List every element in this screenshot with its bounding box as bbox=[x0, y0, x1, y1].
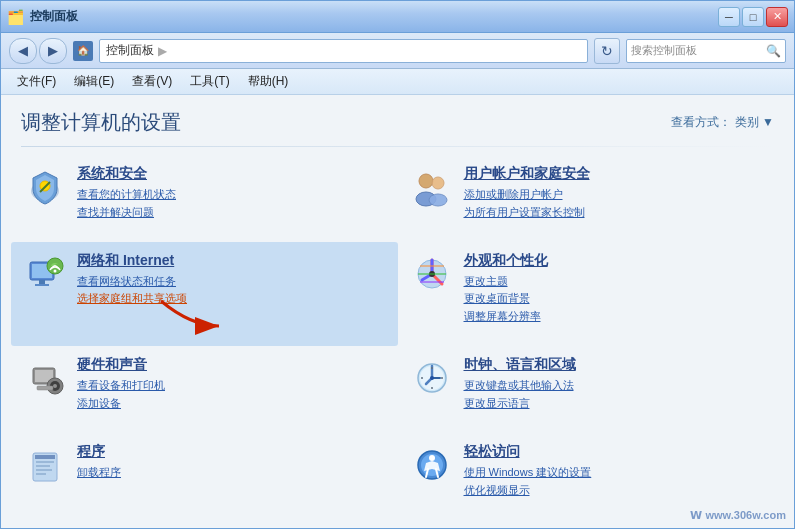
panel-programs-title[interactable]: 程序 bbox=[77, 443, 386, 461]
view-mode-label: 查看方式： bbox=[671, 114, 731, 131]
svg-point-35 bbox=[429, 455, 435, 461]
svg-rect-9 bbox=[35, 284, 49, 286]
panel-hardware-sound-text: 硬件和声音 查看设备和打印机 添加设备 bbox=[77, 356, 386, 412]
view-mode-value: 类别 ▼ bbox=[735, 114, 774, 131]
panel-network-internet-title[interactable]: 网络和 Internet bbox=[77, 252, 386, 270]
svg-rect-30 bbox=[36, 465, 50, 467]
panel-user-accounts[interactable]: 用户帐户和家庭安全 添加或删除用户帐户 为所有用户设置家长控制 bbox=[398, 155, 785, 242]
panel-clock-language-title[interactable]: 时钟、语言和区域 bbox=[464, 356, 773, 374]
address-input[interactable]: 控制面板 ▶ bbox=[99, 39, 588, 63]
panel-system-security-title[interactable]: 系统和安全 bbox=[77, 165, 386, 183]
menu-edit[interactable]: 编辑(E) bbox=[66, 71, 122, 92]
panel-hardware-sound[interactable]: 硬件和声音 查看设备和打印机 添加设备 bbox=[11, 346, 398, 433]
panel-grid: 系统和安全 查看您的计算机状态 查找并解决问题 用户帐户和家庭安全 bbox=[1, 147, 794, 528]
title-bar-left: 🗂️ 控制面板 bbox=[7, 8, 78, 25]
svg-rect-32 bbox=[36, 473, 46, 475]
svg-rect-19 bbox=[37, 386, 53, 390]
panel-hardware-sound-title[interactable]: 硬件和声音 bbox=[77, 356, 386, 374]
panel-appearance-link2[interactable]: 更改桌面背景 bbox=[464, 290, 773, 308]
panel-ease-access-link2[interactable]: 优化视频显示 bbox=[464, 482, 773, 500]
panel-clock-language-link1[interactable]: 更改键盘或其他输入法 bbox=[464, 377, 773, 395]
svg-rect-8 bbox=[39, 280, 45, 284]
svg-point-5 bbox=[429, 194, 447, 206]
svg-point-2 bbox=[419, 174, 433, 188]
back-button[interactable]: ◀ bbox=[9, 38, 37, 64]
address-text: 控制面板 bbox=[106, 42, 154, 59]
search-box[interactable]: 搜索控制面板 🔍 bbox=[626, 39, 786, 63]
panel-user-accounts-link2[interactable]: 为所有用户设置家长控制 bbox=[464, 204, 773, 222]
menu-view[interactable]: 查看(V) bbox=[124, 71, 180, 92]
panel-hardware-sound-link2[interactable]: 添加设备 bbox=[77, 395, 386, 413]
panel-system-security-link2[interactable]: 查找并解决问题 bbox=[77, 204, 386, 222]
panel-system-security-text: 系统和安全 查看您的计算机状态 查找并解决问题 bbox=[77, 165, 386, 221]
refresh-button[interactable]: ↻ bbox=[594, 38, 620, 64]
svg-rect-28 bbox=[35, 455, 55, 459]
svg-point-11 bbox=[54, 269, 57, 272]
panel-hardware-sound-link1[interactable]: 查看设备和打印机 bbox=[77, 377, 386, 395]
search-icon[interactable]: 🔍 bbox=[766, 44, 781, 58]
panel-ease-access-text: 轻松访问 使用 Windows 建议的设置 优化视频显示 bbox=[464, 443, 773, 499]
panel-appearance[interactable]: 外观和个性化 更改主题 更改桌面背景 调整屏幕分辨率 bbox=[398, 242, 785, 346]
panel-user-accounts-text: 用户帐户和家庭安全 添加或删除用户帐户 为所有用户设置家长控制 bbox=[464, 165, 773, 221]
window-icon: 🗂️ bbox=[7, 9, 24, 25]
panel-programs[interactable]: 程序 卸载程序 bbox=[11, 433, 398, 520]
panel-clock-language[interactable]: 时钟、语言和区域 更改键盘或其他输入法 更改显示语言 bbox=[398, 346, 785, 433]
icon-clock-language bbox=[410, 356, 454, 400]
panel-appearance-title[interactable]: 外观和个性化 bbox=[464, 252, 773, 270]
icon-hardware-sound bbox=[23, 356, 67, 400]
maximize-button[interactable]: □ bbox=[742, 7, 764, 27]
address-icon: 🏠 bbox=[73, 41, 93, 61]
main-window: 🗂️ 控制面板 ─ □ ✕ ◀ ▶ 🏠 控制面板 ▶ ↻ 搜索控制面板 🔍 文件… bbox=[0, 0, 795, 529]
watermark: 𝗪 www.306w.com bbox=[690, 509, 786, 522]
panel-ease-access[interactable]: 轻松访问 使用 Windows 建议的设置 优化视频显示 bbox=[398, 433, 785, 520]
svg-point-18 bbox=[53, 384, 57, 388]
watermark-text: 𝗪 www.306w.com bbox=[690, 509, 786, 521]
panel-ease-access-title[interactable]: 轻松访问 bbox=[464, 443, 773, 461]
svg-point-22 bbox=[430, 376, 434, 380]
panel-programs-text: 程序 卸载程序 bbox=[77, 443, 386, 482]
title-bar: 🗂️ 控制面板 ─ □ ✕ bbox=[1, 1, 794, 33]
menu-help[interactable]: 帮助(H) bbox=[240, 71, 297, 92]
page-title: 调整计算机的设置 bbox=[21, 109, 181, 136]
panel-network-internet[interactable]: 网络和 Internet 查看网络状态和任务 选择家庭组和共享选项 bbox=[11, 242, 398, 346]
nav-buttons: ◀ ▶ bbox=[9, 38, 67, 64]
panel-programs-link1[interactable]: 卸载程序 bbox=[77, 464, 386, 482]
close-button[interactable]: ✕ bbox=[766, 7, 788, 27]
page-header: 调整计算机的设置 查看方式： 类别 ▼ bbox=[1, 95, 794, 146]
panel-ease-access-link1[interactable]: 使用 Windows 建议的设置 bbox=[464, 464, 773, 482]
icon-programs bbox=[23, 443, 67, 487]
view-mode-selector[interactable]: 查看方式： 类别 ▼ bbox=[671, 114, 774, 131]
svg-point-4 bbox=[432, 177, 444, 189]
svg-rect-31 bbox=[36, 469, 52, 471]
window-title: 控制面板 bbox=[30, 8, 78, 25]
icon-appearance bbox=[410, 252, 454, 296]
icon-user-accounts bbox=[410, 165, 454, 209]
address-bar: ◀ ▶ 🏠 控制面板 ▶ ↻ 搜索控制面板 🔍 bbox=[1, 33, 794, 69]
panel-system-security[interactable]: 系统和安全 查看您的计算机状态 查找并解决问题 bbox=[11, 155, 398, 242]
panel-user-accounts-link1[interactable]: 添加或删除用户帐户 bbox=[464, 186, 773, 204]
menu-tools[interactable]: 工具(T) bbox=[182, 71, 237, 92]
search-placeholder: 搜索控制面板 bbox=[631, 43, 762, 58]
icon-system-security bbox=[23, 165, 67, 209]
panel-clock-language-text: 时钟、语言和区域 更改键盘或其他输入法 更改显示语言 bbox=[464, 356, 773, 412]
address-separator: ▶ bbox=[158, 44, 167, 58]
menu-file[interactable]: 文件(F) bbox=[9, 71, 64, 92]
panel-clock-language-link2[interactable]: 更改显示语言 bbox=[464, 395, 773, 413]
panel-appearance-link1[interactable]: 更改主题 bbox=[464, 273, 773, 291]
panel-appearance-link3[interactable]: 调整屏幕分辨率 bbox=[464, 308, 773, 326]
minimize-button[interactable]: ─ bbox=[718, 7, 740, 27]
panel-network-internet-text: 网络和 Internet 查看网络状态和任务 选择家庭组和共享选项 bbox=[77, 252, 386, 308]
title-bar-controls: ─ □ ✕ bbox=[718, 7, 788, 27]
panel-network-internet-link2[interactable]: 选择家庭组和共享选项 bbox=[77, 290, 386, 308]
panel-network-internet-link1[interactable]: 查看网络状态和任务 bbox=[77, 273, 386, 291]
icon-network-internet bbox=[23, 252, 67, 296]
panel-user-accounts-title[interactable]: 用户帐户和家庭安全 bbox=[464, 165, 773, 183]
svg-rect-29 bbox=[36, 461, 54, 463]
menu-bar: 文件(F) 编辑(E) 查看(V) 工具(T) 帮助(H) bbox=[1, 69, 794, 95]
forward-button[interactable]: ▶ bbox=[39, 38, 67, 64]
content-area: 调整计算机的设置 查看方式： 类别 ▼ bbox=[1, 95, 794, 528]
icon-ease-access bbox=[410, 443, 454, 487]
panel-appearance-text: 外观和个性化 更改主题 更改桌面背景 调整屏幕分辨率 bbox=[464, 252, 773, 326]
panel-system-security-link1[interactable]: 查看您的计算机状态 bbox=[77, 186, 386, 204]
